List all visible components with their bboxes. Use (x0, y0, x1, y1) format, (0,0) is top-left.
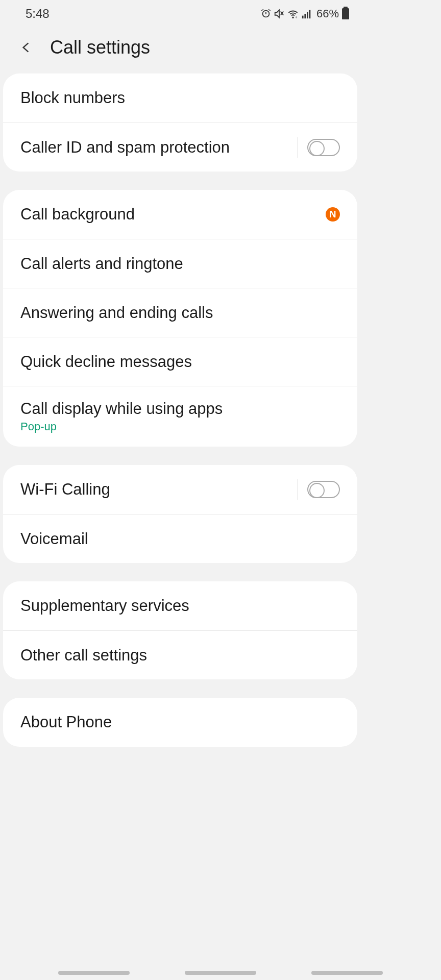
status-time: 5:48 (26, 7, 50, 21)
settings-group: Block numbers Caller ID and spam protect… (3, 74, 357, 172)
separator (298, 137, 298, 158)
toggle-wifi-calling[interactable] (307, 481, 340, 498)
settings-group: About Phone (3, 698, 357, 747)
row-label: About Phone (20, 713, 340, 731)
wifi-icon: + (287, 8, 299, 19)
row-label: Quick decline messages (20, 353, 340, 371)
status-right: + 66% (260, 7, 349, 20)
chevron-left-icon (19, 38, 33, 57)
signal-icon (301, 8, 312, 19)
battery-icon (342, 8, 349, 19)
row-label: Voicemail (20, 530, 340, 548)
row-about-phone[interactable]: About Phone (3, 698, 357, 747)
row-label: Block numbers (20, 89, 340, 107)
row-subtext: Pop-up (20, 420, 340, 433)
settings-group: Wi-Fi Calling Voicemail (3, 465, 357, 563)
row-label: Call background (20, 205, 326, 224)
mute-vibrate-icon (274, 8, 285, 19)
row-voicemail[interactable]: Voicemail (3, 514, 357, 563)
row-answering-ending[interactable]: Answering and ending calls (3, 288, 357, 337)
row-label: Call display while using apps (20, 400, 340, 418)
row-wifi-calling[interactable]: Wi-Fi Calling (3, 465, 357, 514)
row-block-numbers[interactable]: Block numbers (3, 74, 357, 122)
svg-text:+: + (295, 15, 298, 19)
status-icons: + (260, 8, 312, 19)
row-label: Caller ID and spam protection (20, 138, 298, 157)
row-call-display-apps[interactable]: Call display while using apps Pop-up (3, 386, 357, 447)
row-supplementary-services[interactable]: Supplementary services (3, 581, 357, 630)
new-badge: N (326, 207, 340, 222)
page-title: Call settings (50, 37, 150, 58)
status-battery-pct: 66% (316, 7, 339, 20)
header: Call settings (0, 28, 360, 74)
row-other-call-settings[interactable]: Other call settings (3, 630, 357, 679)
row-label: Call alerts and ringtone (20, 255, 340, 273)
row-label: Wi-Fi Calling (20, 480, 298, 499)
row-quick-decline[interactable]: Quick decline messages (3, 337, 357, 386)
toggle-caller-id-spam[interactable] (307, 139, 340, 156)
alarm-icon (260, 8, 272, 19)
svg-rect-4 (309, 10, 311, 18)
row-call-background[interactable]: Call background N (3, 190, 357, 239)
status-bar: 5:48 + 66% (0, 0, 360, 28)
row-label: Other call settings (20, 646, 340, 665)
settings-group: Supplementary services Other call settin… (3, 581, 357, 679)
svg-rect-1 (302, 16, 304, 18)
row-label: Answering and ending calls (20, 304, 340, 322)
row-caller-id-spam[interactable]: Caller ID and spam protection (3, 122, 357, 172)
row-call-alerts-ringtone[interactable]: Call alerts and ringtone (3, 239, 357, 288)
back-button[interactable] (15, 37, 37, 58)
svg-rect-2 (304, 14, 306, 18)
settings-group: Call background N Call alerts and ringto… (3, 190, 357, 447)
svg-rect-3 (307, 12, 308, 18)
row-label: Supplementary services (20, 597, 340, 615)
separator (298, 479, 298, 500)
